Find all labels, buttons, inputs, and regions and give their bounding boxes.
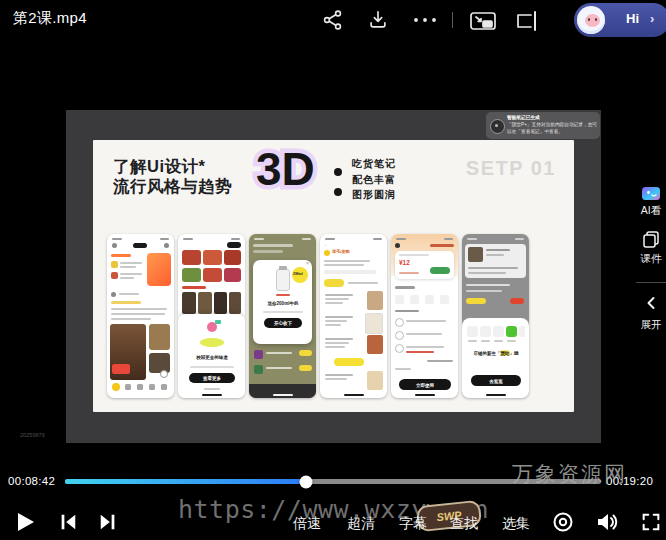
mascot-eye: [588, 18, 590, 21]
use-button[interactable]: 立即使用: [399, 379, 451, 390]
ai-watch-icon[interactable]: [641, 185, 661, 202]
assistant-pill[interactable]: Hi ›: [574, 3, 666, 37]
chevron-left-icon[interactable]: [645, 296, 657, 310]
record-circle-icon[interactable]: [552, 511, 574, 533]
more-icon[interactable]: [412, 16, 440, 24]
nav-icon-home: [112, 383, 120, 391]
video-title: 第2课.mp4: [13, 9, 87, 28]
decor-bar: [263, 311, 303, 313]
video-canvas[interactable]: 了解Ui设计* 流行风格与趋势 3D 3D 吃货笔记 配色丰富 图形圆润 SET…: [66, 110, 601, 443]
decor-bar: [325, 320, 347, 322]
heart-icon: [160, 370, 168, 378]
decor-bar: [399, 272, 419, 274]
download-icon[interactable]: [367, 9, 389, 31]
decor-bar: [325, 378, 347, 380]
rule-icon: [395, 331, 404, 340]
nav-icon: [149, 384, 155, 390]
deal-thumb: [367, 335, 383, 354]
phone-screenshot-popup-pin: 校园更全的味道 查看更多: [178, 234, 245, 398]
sidebar-item-expand[interactable]: 展开: [636, 318, 666, 332]
red-text-bar: [406, 351, 434, 353]
decor-dot: [112, 243, 117, 248]
milk-button[interactable]: 开心收下: [264, 318, 302, 328]
milk-button-label: 开心收下: [274, 320, 292, 327]
coupon-price: ¥12: [399, 259, 410, 267]
food-card: [203, 268, 222, 282]
photo: [182, 292, 196, 314]
next-episode-button[interactable]: [97, 512, 119, 532]
thumb: [254, 365, 263, 374]
promo-card: [147, 253, 171, 286]
decor-bar: [406, 320, 446, 322]
mascot-eye: [595, 18, 597, 21]
decor-bar: [427, 360, 453, 362]
share-app-icon[interactable]: [480, 326, 491, 337]
decor-bar: [325, 302, 343, 304]
share-text-highlight: 慧吃: [500, 351, 509, 356]
food-card: [182, 250, 201, 265]
decor-bar: [481, 340, 490, 342]
decor-bar: [325, 298, 349, 300]
food-photo: [110, 324, 146, 380]
nav-icon: [137, 384, 143, 390]
quality-button[interactable]: 超清: [347, 515, 375, 533]
chevron-right-icon: ›: [650, 11, 654, 26]
back-icon[interactable]: ←: [324, 242, 329, 247]
wechat-icon[interactable]: [506, 326, 517, 337]
share-app-icon[interactable]: [519, 326, 525, 337]
slide-title-line1: 了解Ui设计*: [113, 156, 232, 176]
yellow-tag: [324, 279, 344, 287]
share-app-icon[interactable]: [493, 326, 504, 337]
share-text: 店铺的新生「慧吃」哦: [473, 350, 518, 357]
big-3d-text: 3D 3D: [256, 143, 315, 196]
fullscreen-icon[interactable]: [640, 511, 662, 533]
volume-icon[interactable]: [595, 510, 619, 534]
close-icon[interactable]: ×: [306, 261, 309, 267]
play-button[interactable]: [14, 510, 36, 534]
step-box: [425, 295, 434, 304]
nav-icon: [161, 384, 167, 390]
previous-episode-button[interactable]: [57, 512, 79, 532]
thumb: [254, 350, 263, 359]
decor-bar: [325, 374, 353, 376]
topbar-divider: [452, 12, 453, 28]
search-in-video-button[interactable]: 查找: [450, 515, 478, 533]
sidebar-item-courseware[interactable]: 课件: [636, 252, 666, 266]
badge-label: 299ml: [293, 272, 303, 276]
popup-title: 校园更全的味道: [196, 354, 228, 361]
share-app-icon[interactable]: [467, 326, 478, 337]
playlist-button[interactable]: 选集: [502, 515, 530, 533]
status-bar: [302, 238, 311, 240]
food-card: [224, 268, 241, 282]
photo: [229, 292, 241, 314]
tab-pill: [133, 243, 147, 248]
status-bar: [515, 238, 524, 240]
decor-bar: [325, 342, 349, 344]
decor-bar: [468, 272, 506, 274]
mini-window-icon[interactable]: [514, 9, 540, 33]
decor-bar: [468, 340, 477, 342]
decor-bar: [111, 254, 131, 257]
subtitle-button[interactable]: 字幕: [399, 515, 427, 533]
toast-line1: 智能笔记已生成: [507, 115, 540, 121]
decor-bar: [494, 340, 503, 342]
food-card: [182, 268, 201, 282]
avatar: [111, 292, 116, 297]
home-indicator: [202, 394, 222, 396]
share-icon[interactable]: [322, 9, 344, 31]
speed-button[interactable]: 倍速: [293, 515, 321, 533]
bullet-3: 图形圆润: [352, 187, 396, 203]
popup-button[interactable]: 查看更多: [189, 373, 235, 383]
thumb: [111, 272, 118, 279]
decor-bar: [120, 262, 142, 264]
step-box: [395, 295, 404, 304]
toast-line2: 「随堂P+」支持对当前内容自动记录，您可: [507, 122, 597, 128]
highlight-bar: [111, 301, 141, 304]
picture-in-picture-icon[interactable]: [468, 9, 498, 33]
bullet-2: 配色丰富: [352, 172, 396, 188]
decor-bar: [276, 294, 290, 296]
share-button[interactable]: 去逛逛: [471, 375, 521, 386]
progress-thumb[interactable]: [300, 475, 313, 488]
courseware-icon[interactable]: [642, 230, 660, 248]
sidebar-item-ai-watch[interactable]: AI看: [636, 204, 666, 218]
